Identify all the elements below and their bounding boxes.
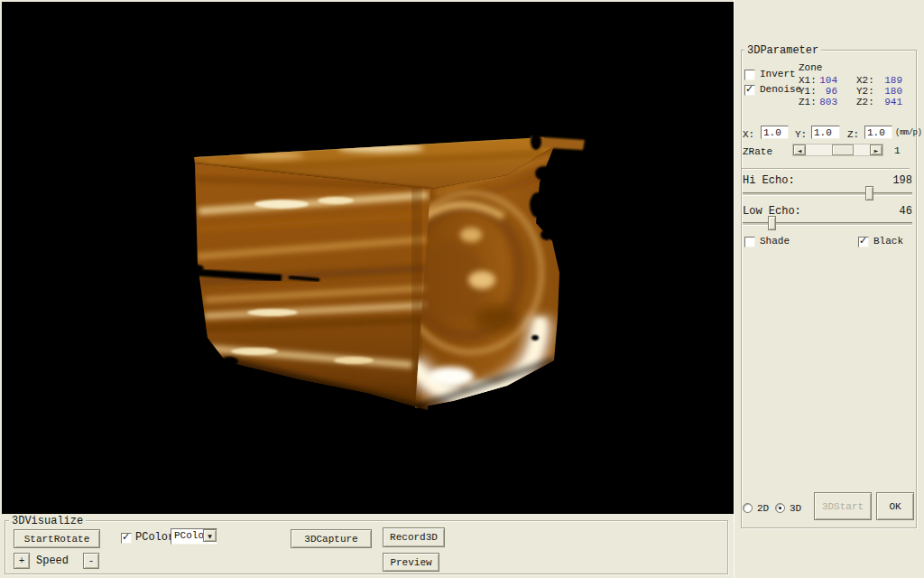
zone-z2-value: 941 xyxy=(877,97,902,108)
scroll-left-icon: ◄ xyxy=(798,147,802,154)
chevron-down-icon: ▼ xyxy=(208,533,212,539)
invert-label: Invert xyxy=(760,69,796,80)
zrate-scroll-thumb[interactable] xyxy=(832,144,854,155)
zone-title: Zone xyxy=(799,62,822,74)
speed-plus-button[interactable]: + xyxy=(14,553,30,569)
radio-dot xyxy=(779,507,781,509)
speed-minus-button[interactable]: - xyxy=(83,553,99,569)
scale-x-input[interactable] xyxy=(761,126,789,139)
pcolor-dropdown[interactable]: PColor ▼ xyxy=(171,528,217,545)
ok-button[interactable]: OK xyxy=(876,492,914,520)
zrate-label: ZRate xyxy=(743,146,772,158)
mode-3d-radio[interactable] xyxy=(775,503,785,513)
visualize-group-title: 3DVisualize xyxy=(9,515,86,527)
start-rotate-button[interactable]: StartRotate xyxy=(14,529,100,548)
param-group-title: 3DParameter xyxy=(744,44,821,57)
denoise-checkbox[interactable]: ✓ xyxy=(744,85,755,96)
zrate-value: 1 xyxy=(894,145,901,157)
pcolor-checkbox[interactable]: ✓ xyxy=(121,533,132,544)
black-label: Black xyxy=(873,236,903,247)
parameter-panel: 3DParameter Invert ✓ Denoise Zone X1: 10… xyxy=(734,0,924,578)
mode-2d-label: 2D xyxy=(757,503,769,515)
app-window: 3DParameter Invert ✓ Denoise Zone X1: 10… xyxy=(0,0,924,578)
pcolor-dropdown-button[interactable]: ▼ xyxy=(203,529,217,542)
mode-3d-label: 3D xyxy=(790,503,801,515)
check-icon: ✓ xyxy=(859,235,867,247)
black-checkbox[interactable]: ✓ xyxy=(858,237,869,247)
scale-unit-label: (mm/p) xyxy=(895,127,921,139)
shade-checkbox[interactable] xyxy=(744,237,755,247)
param-groupbox xyxy=(741,50,917,528)
volume-render xyxy=(2,2,734,514)
scale-x-label: X: xyxy=(743,129,754,141)
shade-label: Shade xyxy=(760,236,790,247)
record3d-button[interactable]: Record3D xyxy=(383,527,445,547)
visualize-panel: 3DVisualize StartRotate + Speed - ✓ PCol… xyxy=(0,514,734,578)
zrate-scrollbar[interactable]: ◄ ► xyxy=(792,144,883,156)
hi-echo-track[interactable] xyxy=(743,192,912,196)
check-icon: ✓ xyxy=(745,83,753,95)
speed-label: Speed xyxy=(36,555,69,567)
preview-button[interactable]: Preview xyxy=(383,553,439,572)
scroll-right-icon: ► xyxy=(874,147,879,154)
mode-2d-radio[interactable] xyxy=(743,503,753,513)
hi-echo-slider[interactable] xyxy=(743,186,912,201)
scale-z-input[interactable] xyxy=(864,126,892,139)
scale-y-input[interactable] xyxy=(811,126,840,139)
denoise-label: Denoise xyxy=(760,84,801,96)
hi-echo-thumb[interactable] xyxy=(865,186,873,200)
param-divider xyxy=(742,168,910,170)
invert-checkbox[interactable] xyxy=(744,70,755,80)
zone-z1-value: 803 xyxy=(812,97,837,108)
zrate-scroll-left-button[interactable]: ◄ xyxy=(793,144,806,155)
zrate-scroll-right-button[interactable]: ► xyxy=(870,144,882,155)
capture3d-button[interactable]: 3DCapture xyxy=(291,529,372,548)
zone-z2-label: Z2: xyxy=(856,97,874,108)
scale-z-label: Z: xyxy=(847,129,859,141)
pcolor-label: PColor xyxy=(135,532,174,544)
scale-y-label: Y: xyxy=(795,129,807,141)
check-icon: ✓ xyxy=(122,531,130,543)
start3d-button[interactable]: 3DStart xyxy=(814,492,872,520)
low-echo-thumb[interactable] xyxy=(768,216,776,230)
low-echo-slider[interactable] xyxy=(743,216,912,231)
3d-viewport[interactable] xyxy=(2,2,734,514)
